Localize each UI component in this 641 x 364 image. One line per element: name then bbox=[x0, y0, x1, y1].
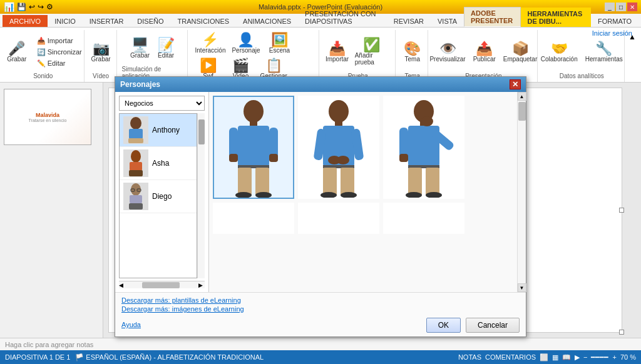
character-name-anthony: Anthony bbox=[152, 126, 180, 134]
svg-rect-32 bbox=[341, 168, 354, 196]
svg-point-3 bbox=[131, 150, 141, 163]
svg-point-0 bbox=[130, 117, 141, 129]
svg-rect-5 bbox=[129, 170, 143, 176]
character-name-asha: Asha bbox=[152, 159, 169, 168]
character-sidebar: Negocios Casual Médico bbox=[115, 92, 209, 292]
svg-rect-1 bbox=[129, 129, 143, 139]
scroll-track[interactable] bbox=[518, 101, 526, 283]
modal-body: Negocios Casual Médico bbox=[115, 92, 526, 292]
svg-rect-10 bbox=[129, 203, 143, 210]
character-name-diego: Diego bbox=[152, 192, 172, 201]
download-images-link[interactable]: Descargar más: imágenes de eLearning bbox=[121, 305, 520, 313]
svg-rect-44 bbox=[426, 168, 439, 196]
pose-5[interactable] bbox=[298, 203, 379, 234]
download-templates-link[interactable]: Descargar más: plantillas de eLearning bbox=[121, 296, 520, 304]
pose-1[interactable] bbox=[213, 96, 294, 199]
modal-title: Personajes bbox=[120, 80, 160, 89]
hscroll-thumb bbox=[142, 282, 180, 288]
svg-point-23 bbox=[329, 100, 349, 123]
character-item-diego[interactable]: Diego bbox=[120, 180, 197, 213]
modal-close-button[interactable]: ✕ bbox=[510, 79, 521, 89]
pose-4[interactable] bbox=[213, 203, 294, 234]
character-list-scrollbar[interactable] bbox=[197, 113, 205, 278]
svg-rect-24 bbox=[335, 121, 342, 126]
pose-6[interactable] bbox=[383, 203, 464, 234]
svg-rect-2 bbox=[128, 138, 143, 143]
modal-right-scrollbar[interactable]: ▲ ▼ bbox=[517, 92, 526, 292]
svg-rect-13 bbox=[238, 126, 269, 166]
modal-title-bar: Personajes ✕ bbox=[115, 77, 526, 92]
character-list-hscrollbar[interactable]: ◀ ▶ bbox=[119, 281, 205, 288]
modal-links: Descargar más: plantillas de eLearning D… bbox=[121, 296, 520, 313]
help-link[interactable]: Ayuda bbox=[121, 321, 141, 328]
modal-footer: Descargar más: plantillas de eLearning D… bbox=[115, 292, 526, 336]
pose-2[interactable] bbox=[298, 96, 379, 199]
character-list-container: Anthony Asha bbox=[119, 113, 205, 278]
scroll-thumb bbox=[518, 102, 526, 121]
svg-point-11 bbox=[244, 100, 264, 123]
svg-rect-4 bbox=[130, 162, 142, 171]
character-item-asha[interactable]: Asha bbox=[120, 147, 197, 180]
personajes-modal: Personajes ✕ Negocios Casual Médico bbox=[115, 76, 526, 337]
modal-overlay: Personajes ✕ Negocios Casual Médico bbox=[0, 0, 641, 364]
svg-rect-22 bbox=[269, 154, 278, 162]
svg-point-41 bbox=[421, 116, 433, 126]
cancel-button[interactable]: Cancelar bbox=[466, 318, 520, 333]
character-list: Anthony Asha bbox=[119, 113, 197, 278]
ok-button[interactable]: OK bbox=[426, 318, 461, 333]
character-pose-grid bbox=[209, 92, 517, 292]
svg-rect-21 bbox=[229, 154, 238, 162]
svg-point-6 bbox=[131, 183, 141, 196]
scroll-thumb bbox=[198, 119, 205, 144]
svg-point-29 bbox=[337, 156, 349, 164]
hscroll-right[interactable]: ▶ bbox=[198, 282, 203, 288]
svg-rect-17 bbox=[238, 168, 252, 196]
svg-rect-31 bbox=[323, 168, 337, 196]
modal-footer-buttons: OK Cancelar bbox=[426, 315, 520, 333]
svg-rect-12 bbox=[250, 121, 257, 126]
footer-bottom: Ayuda OK Cancelar bbox=[121, 315, 520, 333]
avatar-diego bbox=[123, 183, 148, 210]
scroll-up-button[interactable]: ▲ bbox=[518, 92, 526, 101]
character-item-anthony[interactable]: Anthony bbox=[120, 114, 197, 147]
avatar-anthony bbox=[123, 116, 148, 144]
svg-rect-43 bbox=[408, 168, 422, 196]
character-category-dropdown[interactable]: Negocios Casual Médico bbox=[119, 96, 205, 111]
svg-rect-39 bbox=[399, 154, 408, 162]
scroll-down-button[interactable]: ▼ bbox=[518, 283, 526, 292]
hscroll-left[interactable]: ◀ bbox=[119, 282, 123, 288]
svg-rect-9 bbox=[130, 195, 142, 203]
avatar-asha bbox=[123, 149, 148, 177]
pose-3[interactable] bbox=[383, 96, 464, 199]
svg-rect-18 bbox=[255, 168, 269, 196]
